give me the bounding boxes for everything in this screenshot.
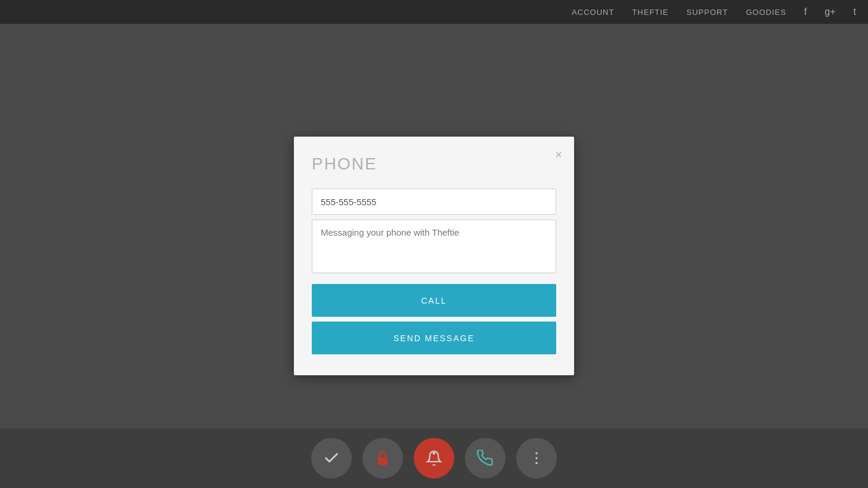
send-message-button[interactable]: SEND MESSAGE [312, 322, 556, 354]
modal-title: PHONE [312, 155, 556, 174]
googleplus-icon[interactable]: g+ [824, 7, 835, 17]
svg-point-4 [535, 462, 538, 464]
nav-account[interactable]: ACCOUNT [572, 8, 614, 17]
lock-icon [374, 450, 391, 467]
phone-modal: PHONE × CALL SEND MESSAGE [294, 137, 574, 375]
svg-point-2 [535, 452, 538, 455]
close-button[interactable]: × [555, 149, 562, 160]
svg-rect-0 [378, 458, 388, 465]
phone-icon [477, 450, 494, 467]
twitter-icon[interactable]: t [854, 7, 856, 17]
check-button[interactable] [311, 438, 352, 478]
more-button[interactable] [516, 438, 557, 478]
svg-point-3 [535, 457, 538, 459]
svg-point-1 [433, 452, 436, 455]
bottom-toolbar [0, 428, 868, 488]
nav-theftie[interactable]: THEFTIE [632, 8, 668, 17]
lock-button[interactable] [362, 438, 403, 478]
phone-input[interactable] [312, 189, 556, 215]
nav-support[interactable]: SUPPORT [687, 8, 728, 17]
nav-goodies[interactable]: GOODIES [746, 8, 786, 17]
modal-backdrop: PHONE × CALL SEND MESSAGE [0, 24, 868, 488]
phone-button[interactable] [465, 438, 506, 478]
alarm-button[interactable] [414, 438, 454, 478]
message-textarea[interactable] [312, 220, 556, 273]
call-button[interactable]: CALL [312, 284, 556, 317]
check-icon [323, 450, 340, 467]
top-nav: ACCOUNT THEFTIE SUPPORT GOODIES f g+ t [0, 0, 868, 24]
more-icon [528, 450, 545, 467]
facebook-icon[interactable]: f [804, 7, 807, 17]
alarm-icon [426, 450, 442, 467]
